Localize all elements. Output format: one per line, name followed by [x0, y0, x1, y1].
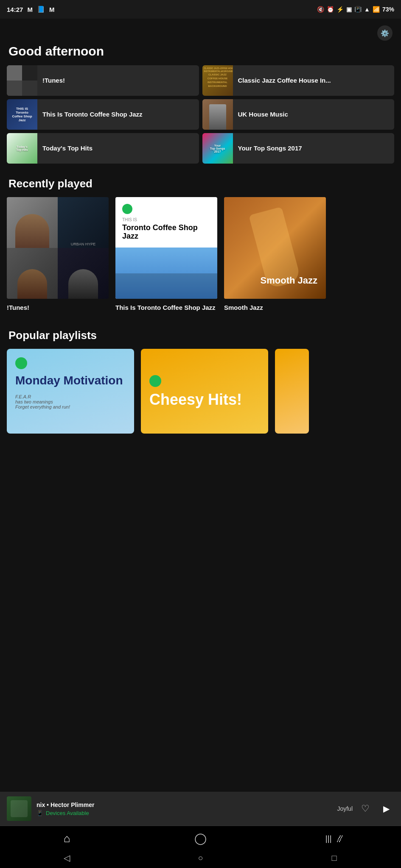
cheesy-title: Cheesy Hits!: [149, 392, 242, 407]
yourtop-thumb-inner: YourTop Songs2017: [202, 133, 233, 164]
popular-playlists-title: Popular playlists: [7, 329, 394, 342]
search-icon: ◯: [194, 832, 207, 845]
quick-item-uk[interactable]: UK House Music: [202, 99, 395, 130]
toronto-thumb-inner: THIS ISTorontoCoffee ShopJazz: [7, 99, 37, 130]
itunes-recent-grid: URBAN HYPE: [7, 197, 109, 299]
popular-playlists-scroll[interactable]: Monday Motivation F.E.A.Rhas two meaning…: [7, 349, 394, 437]
facebook-icon: 📘: [37, 6, 45, 13]
itunes-thumb-grid: [7, 65, 37, 96]
toronto-name: Toronto Coffee Shop Jazz: [122, 224, 210, 241]
library-icon: ⫼⫽: [323, 832, 345, 845]
monday-title: Monday Motivation: [15, 374, 126, 387]
recent-label-toronto: This Is Toronto Coffee Shop Jazz: [115, 304, 216, 311]
alarm-icon: ⏰: [327, 6, 334, 13]
recent-thumb-toronto: THIS IS Toronto Coffee Shop Jazz: [115, 197, 217, 299]
recent-label-itunes: !Tunes!: [7, 304, 29, 311]
system-nav-bar: ◁ ○ □: [0, 848, 401, 868]
np-thumb-inner: [11, 800, 28, 817]
carrier2: M: [49, 6, 55, 13]
monday-note: F.E.A.Rhas two meaningsForget everything…: [15, 394, 126, 409]
spotify-logo-toronto: [122, 204, 132, 214]
recent-item-itunes[interactable]: URBAN HYPE !Tunes!: [7, 197, 109, 312]
quick-item-toronto[interactable]: THIS ISTorontoCoffee ShopJazz This Is To…: [7, 99, 199, 130]
now-playing-info: nix • Hector Plimmer 📱 Devices Available: [36, 801, 337, 816]
quick-thumb-tophits: Today'sTop Hits: [7, 133, 37, 164]
time: 14:27: [7, 6, 23, 13]
quick-label-uk: UK House Music: [233, 110, 293, 119]
carrier1: M: [27, 6, 33, 13]
itunes-rq3: [7, 248, 58, 299]
home-icon: ⌂: [64, 832, 70, 845]
popular-item-third[interactable]: [275, 349, 309, 434]
toronto-this-is: THIS IS: [122, 217, 210, 222]
battery: 73%: [382, 6, 394, 13]
quick-access-grid: !Tunes! CLASSIC JAZZCOFFEE HOUSEINSTRUME…: [7, 65, 394, 164]
toronto-recent-inner: THIS IS Toronto Coffee Shop Jazz: [115, 197, 217, 299]
bluetooth-icon: ⚡: [337, 6, 344, 13]
quick-thumb-toronto: THIS ISTorontoCoffee ShopJazz: [7, 99, 37, 130]
quick-item-yourtop[interactable]: YourTop Songs2017 Your Top Songs 2017: [202, 133, 395, 164]
itunes-rq4: [58, 248, 109, 299]
quick-thumb-jazz: CLASSIC JAZZCOFFEE HOUSEINSTRUMENTALBACK…: [202, 65, 233, 96]
recent-thumb-itunes: URBAN HYPE: [7, 197, 109, 299]
recent-button[interactable]: □: [324, 847, 345, 868]
quick-item-jazz[interactable]: CLASSIC JAZZCOFFEE HOUSEINSTRUMENTALBACK…: [202, 65, 395, 96]
greeting-text: Good afternoon: [7, 44, 394, 58]
mood-label: Joyful: [337, 805, 353, 812]
signal-icon: 📶: [373, 6, 380, 13]
itunes-q3: [7, 81, 22, 96]
speaker-icon: 🔇: [317, 6, 324, 13]
quick-label-itunes: !Tunes!: [37, 76, 70, 85]
status-bar: 14:27 M 📘 M 🔇 ⏰ ⚡ ▣ 📳 ▲ 📶 73%: [0, 0, 401, 19]
quick-item-tophits[interactable]: Today'sTop Hits Today's Top Hits: [7, 133, 199, 164]
spotify-logo-monday: [15, 357, 27, 369]
home-button[interactable]: ○: [190, 847, 211, 868]
popular-item-monday[interactable]: Monday Motivation F.E.A.Rhas two meaning…: [7, 349, 134, 434]
nfc-icon: ▣: [346, 6, 352, 13]
quick-label-tophits: Today's Top Hits: [37, 144, 98, 153]
now-playing-track: nix • Hector Plimmer: [36, 801, 337, 808]
toronto-recent-top: THIS IS Toronto Coffee Shop Jazz: [115, 197, 217, 248]
recently-played-title: Recently played: [7, 177, 394, 190]
quick-thumb-uk: [202, 99, 233, 130]
recent-label-smooth: Smooth Jazz: [224, 304, 263, 311]
settings-button[interactable]: ⚙️: [377, 25, 393, 41]
heart-button[interactable]: ♡: [361, 803, 370, 814]
smooth-label: Smooth Jazz: [261, 275, 317, 286]
quick-thumb-yourtop: YourTop Songs2017: [202, 133, 233, 164]
gear-icon: ⚙️: [381, 29, 389, 37]
third-bg: [275, 349, 309, 434]
play-button[interactable]: ▶: [378, 801, 394, 817]
recent-item-toronto[interactable]: THIS IS Toronto Coffee Shop Jazz This Is…: [115, 197, 217, 312]
wifi-icon: ▲: [364, 6, 370, 13]
now-playing-bar[interactable]: nix • Hector Plimmer 📱 Devices Available…: [0, 792, 401, 826]
tophits-thumb-inner: Today'sTop Hits: [7, 133, 37, 164]
spotify-logo-cheesy: [149, 375, 161, 387]
recent-item-smooth[interactable]: Smooth Jazz Smooth Jazz: [224, 197, 326, 312]
uk-thumb-inner: [202, 99, 233, 130]
vibrate-icon: 📳: [354, 6, 362, 13]
popular-playlists-section: Popular playlists Monday Motivation F.E.…: [7, 329, 394, 437]
main-content: Good afternoon !Tunes!: [0, 44, 401, 437]
now-playing-actions: Joyful ♡ ▶: [337, 801, 394, 817]
status-left: 14:27 M 📘 M: [7, 6, 54, 13]
quick-thumb-itunes: [7, 65, 37, 96]
quick-label-yourtop: Your Top Songs 2017: [233, 144, 307, 153]
now-playing-device: 📱 Devices Available: [36, 810, 337, 816]
toronto-recent-bottom: [115, 248, 217, 299]
track-name: nix • Hector Plimmer: [36, 801, 94, 808]
device-icon: 📱: [36, 810, 43, 816]
itunes-q2: [22, 65, 37, 81]
status-right: 🔇 ⏰ ⚡ ▣ 📳 ▲ 📶 73%: [317, 6, 394, 13]
quick-label-jazz: Classic Jazz Coffee House In...: [233, 76, 336, 85]
quick-item-itunes[interactable]: !Tunes!: [7, 65, 199, 96]
np-thumb-bg: [7, 796, 31, 821]
recent-thumb-smooth: Smooth Jazz: [224, 197, 326, 299]
popular-item-cheesy[interactable]: Cheesy Hits!: [141, 349, 268, 434]
device-text: Devices Available: [46, 810, 89, 816]
back-button[interactable]: ◁: [56, 847, 78, 868]
now-playing-thumb: [7, 796, 31, 821]
recently-played-section: Recently played URBAN HYPE: [7, 177, 394, 315]
recently-played-scroll[interactable]: URBAN HYPE !Tunes!: [7, 197, 394, 315]
itunes-rq2: URBAN HYPE: [58, 197, 109, 248]
